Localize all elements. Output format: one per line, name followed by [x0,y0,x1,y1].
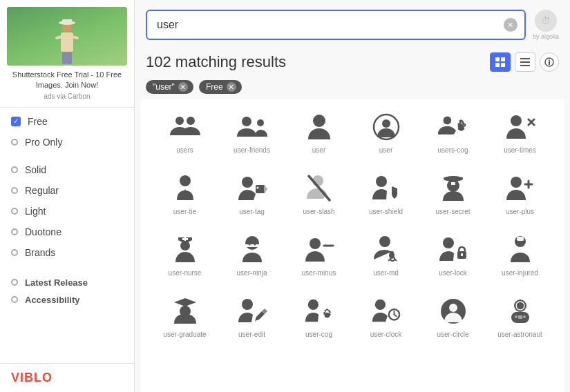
svg-rect-83 [518,315,522,319]
icon-user-edit[interactable]: user-edit [218,286,285,345]
icon-user-times[interactable]: user-times [486,102,553,161]
icon-user-md[interactable]: user-md [352,225,419,284]
filter-free[interactable]: ✓ Free [11,116,123,127]
filter-regular[interactable]: Regular [11,185,123,196]
icon-user-clock-label: user-clock [370,331,402,338]
svg-point-61 [443,237,454,248]
filter-pro-only[interactable]: Pro Only [11,137,123,148]
filter-free-label: Free [28,116,48,127]
ad-image[interactable] [7,7,127,66]
filter-brands[interactable]: Brands [11,247,123,258]
filter-tag-user-remove[interactable]: ✕ [178,82,188,92]
svg-rect-52 [245,244,259,247]
grid-view-button[interactable] [490,52,511,72]
icon-user-clock[interactable]: user-clock [352,286,419,345]
ad-via: ads via Carbon [7,92,127,100]
icon-user-nurse-label: user-nurse [169,269,202,277]
svg-point-35 [242,177,253,188]
icon-user-astronaut-label: user-astronaut [497,331,542,338]
user-minus-icon [304,235,334,265]
icon-user-secret-label: user-secret [435,208,470,215]
user-circle-icon [371,112,401,142]
icon-user-graduate[interactable]: user-graduate [151,286,218,345]
user-injured-icon [505,235,535,265]
svg-point-18 [175,117,184,125]
icons-row-2: user-tie user-tag user-slash user-shield [151,164,553,222]
section-latest-release[interactable]: Latest Release [11,277,123,288]
filter-tag-free-label: Free [206,82,223,92]
viblo-logo: VIBLO [11,371,123,385]
svg-rect-7 [62,19,72,24]
icon-user-circle-2[interactable]: user-circle [419,286,486,345]
icon-user-label: user [312,146,325,154]
user-slash-icon [304,173,334,204]
icon-user-lock[interactable]: user-lock [419,225,486,284]
search-input[interactable] [146,10,526,40]
user-astronaut-icon [505,296,535,326]
regular-dot [11,187,18,194]
svg-point-55 [310,238,321,249]
filter-duotone-label: Duotone [25,226,61,237]
icon-user-md-label: user-md [373,269,399,277]
svg-point-37 [256,187,258,189]
icon-user-circle[interactable]: user [352,102,419,161]
user-shield-icon [371,173,401,204]
icons-row-1: users user-friends user user [151,102,553,161]
icon-user-circle-label: user [379,146,392,154]
filter-tag-free-remove[interactable]: ✕ [227,82,236,92]
grid-icon [495,57,505,67]
svg-point-33 [180,175,191,186]
filter-duotone[interactable]: Duotone [11,226,123,237]
svg-point-51 [245,236,259,250]
svg-rect-11 [501,63,505,67]
filter-light[interactable]: Light [11,206,123,217]
svg-point-72 [374,300,385,310]
pro-only-dot [11,139,18,146]
free-checkbox[interactable]: ✓ [11,117,21,126]
icon-user-nurse[interactable]: user-nurse [151,225,218,284]
user-md-icon [371,235,401,265]
filter-tag-user[interactable]: "user" ✕ [146,80,193,94]
icon-user-astronaut[interactable]: user-astronaut [486,286,553,345]
icon-users-cog-label: users-cog [438,146,468,154]
svg-rect-44 [451,182,455,185]
sidebar: Shutterstock Free Trial - 10 Free Images… [0,0,135,392]
icon-user-ninja-label: user-ninja [237,269,267,277]
icon-user-plus[interactable]: user-plus [486,164,553,222]
filter-solid-label: Solid [25,164,46,175]
svg-point-26 [443,117,450,124]
icon-users[interactable]: users [151,102,218,161]
svg-rect-63 [461,253,463,256]
sidebar-ad: Shutterstock Free Trial - 10 Free Images… [0,0,134,108]
users-icon [170,112,200,142]
icon-user-edit-label: user-edit [238,331,265,338]
icon-user-cog[interactable]: user-cog [285,286,352,345]
icon-user-tie[interactable]: user-tie [151,164,218,222]
user-tag-icon [237,173,267,204]
search-clear-button[interactable]: ✕ [504,18,517,32]
icon-user-times-label: user-times [504,146,536,154]
user-times-icon [505,112,535,142]
icon-user-ninja[interactable]: user-ninja [218,225,285,284]
icon-user-secret[interactable]: user-secret [419,164,486,222]
icon-user[interactable]: user [285,102,352,161]
accessibility-label: Accessibility [25,295,80,305]
icon-users-cog[interactable]: users-cog [419,102,486,161]
icon-user-minus[interactable]: user-minus [285,225,352,284]
sidebar-filters: ✓ Free Pro Only Solid Regular Light Duot… [0,108,134,363]
section-accessibility[interactable]: Accessibility [11,295,123,305]
svg-point-21 [257,119,264,126]
filter-tag-free[interactable]: Free ✕ [199,80,242,94]
filter-solid[interactable]: Solid [11,164,123,175]
icon-user-tag[interactable]: user-tag [218,164,285,222]
svg-rect-42 [444,177,463,179]
list-view-button[interactable] [515,52,535,72]
svg-point-54 [254,244,256,246]
icon-user-friends[interactable]: user-friends [218,102,285,161]
info-button[interactable] [540,52,559,72]
light-dot [11,208,18,215]
svg-point-69 [242,299,253,310]
icon-user-shield[interactable]: user-shield [352,164,419,222]
icon-user-slash[interactable]: user-slash [285,164,352,222]
icon-user-injured[interactable]: user-injured [486,225,553,284]
